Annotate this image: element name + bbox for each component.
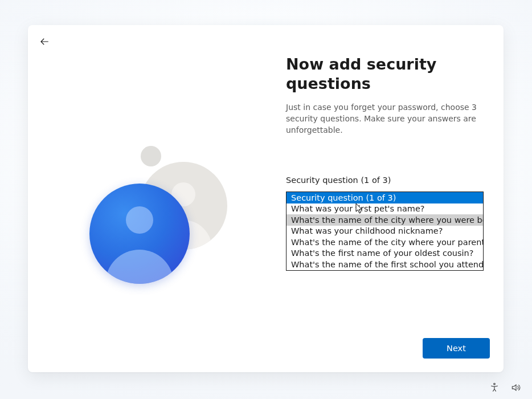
dropdown-option[interactable]: What's the name of the city where your p… (287, 237, 483, 248)
dropdown-option[interactable]: What was your first pet's name? (287, 203, 483, 215)
arrow-left-icon (39, 36, 50, 47)
avatar-primary (89, 184, 190, 284)
dropdown-option[interactable]: What was your childhood nickname? (287, 226, 483, 237)
security-question-dropdown[interactable]: Security question (1 of 3) What was your… (286, 192, 484, 271)
security-question-field: Security question (1 of 3) Security ques… (286, 176, 484, 271)
bubble-tiny (141, 146, 161, 166)
back-button[interactable] (36, 33, 53, 50)
volume-icon[interactable] (510, 382, 522, 393)
next-button-label: Next (447, 344, 466, 353)
system-tray (489, 382, 522, 393)
security-question-label: Security question (1 of 3) (286, 176, 484, 185)
next-button[interactable]: Next (423, 338, 490, 359)
dropdown-option[interactable]: Security question (1 of 3) (287, 192, 483, 203)
page-subtitle: Just in case you forget your password, c… (286, 101, 488, 136)
setup-card: Now add security questions Just in case … (28, 25, 504, 372)
svg-point-0 (494, 383, 496, 385)
dropdown-option[interactable]: What's the name of the first school you … (287, 259, 483, 270)
dropdown-option[interactable]: What's the first name of your oldest cou… (287, 248, 483, 259)
page-title: Now add security questions (286, 55, 488, 93)
content-header: Now add security questions Just in case … (286, 55, 488, 136)
accessibility-icon[interactable] (489, 382, 500, 393)
dropdown-option[interactable]: What's the name of the city where you we… (287, 214, 483, 226)
user-illustration (89, 146, 238, 294)
